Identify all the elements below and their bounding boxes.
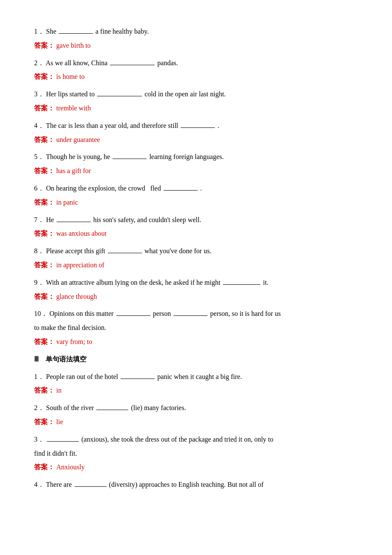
s3-q3-blank xyxy=(47,441,79,442)
s3-q1-number: 1． xyxy=(34,373,44,380)
q5-text-before: Though he is young, he xyxy=(46,153,112,160)
q4-blank xyxy=(181,127,215,128)
q6-number: 6． xyxy=(34,185,44,192)
q7-text-before: He xyxy=(46,216,56,223)
q3-blank xyxy=(97,96,142,96)
s3-question-4: 4． There are (diversity) approaches to E… xyxy=(34,479,358,491)
q1-answer-label: 答案： xyxy=(34,42,55,49)
q10-text-after: person, so it is hard for us xyxy=(210,310,281,317)
q9-text-after: it. xyxy=(263,279,268,286)
q8-text-after: what you've done for us. xyxy=(144,247,211,254)
q8-answer: in appreciation of xyxy=(56,261,104,269)
question-9: 9． With an attractive album lying on the… xyxy=(34,277,358,303)
q8-blank xyxy=(108,253,142,253)
q10-blank2 xyxy=(173,315,208,316)
q1-text-before: She xyxy=(46,28,58,35)
s3-question-2: 2． South of the river (lie) many factori… xyxy=(34,402,358,428)
section-3-title: Ⅲ 单句语法填空 xyxy=(34,353,358,366)
q5-text-after: learning foreign languages. xyxy=(149,153,224,160)
s3-q3-text-after: (anxious), she took the dress out of the… xyxy=(81,436,274,443)
s3-q3-answer: Anxiously xyxy=(56,463,85,471)
q1-blank xyxy=(59,33,93,34)
q9-text-before: With an attractive album lying on the de… xyxy=(46,279,222,286)
q7-text-after: his son's safety, and couldn't sleep wel… xyxy=(93,216,202,223)
s3-q2-text-before: South of the river xyxy=(46,404,95,411)
s3-question-3: 3． (anxious), she took the dress out of … xyxy=(34,434,358,474)
q2-number: 2． xyxy=(34,59,44,66)
main-content: 1． She a fine healthy baby. 答案： gave bir… xyxy=(34,26,358,491)
s3-q1-text-before: People ran out of the hotel xyxy=(46,373,120,380)
q3-text-after: cold in the open air last night. xyxy=(144,90,226,98)
question-7: 7． He his son's safety, and couldn't sle… xyxy=(34,214,358,240)
q8-text-before: Please accept this gift xyxy=(46,247,107,254)
s3-q2-answer: lie xyxy=(56,418,63,425)
s3-q2-answer-label: 答案： xyxy=(34,418,55,425)
q3-number: 3． xyxy=(34,90,44,98)
q2-answer: is home to xyxy=(56,73,85,80)
q10-number: 10． xyxy=(34,310,48,317)
q10-answer: vary from; to xyxy=(56,338,92,345)
q7-answer: was anxious about xyxy=(56,230,107,237)
s3-question-1: 1． People ran out of the hotel panic whe… xyxy=(34,371,358,397)
s3-q2-text-after: (lie) many factories. xyxy=(131,404,186,411)
q6-answer-label: 答案： xyxy=(34,199,55,206)
question-6: 6． On hearing the explosion, the crowd f… xyxy=(34,182,358,209)
question-1: 1． She a fine healthy baby. 答案： gave bir… xyxy=(34,26,358,52)
q8-answer-label: 答案： xyxy=(34,261,55,269)
s3-q1-text-after: panic when it caught a big fire. xyxy=(157,373,242,380)
q6-answer: in panic xyxy=(56,199,78,206)
q5-answer-label: 答案： xyxy=(34,167,55,174)
q4-text-after: . xyxy=(217,122,219,129)
s3-q4-text-after: (diversity) approaches to English teachi… xyxy=(109,481,264,488)
q6-blank xyxy=(164,190,198,191)
q2-answer-label: 答案： xyxy=(34,73,55,80)
question-4: 4． The car is less than a year old, and … xyxy=(34,120,358,146)
section-3: Ⅲ 单句语法填空 1． People ran out of the hotel … xyxy=(34,353,358,491)
s3-q1-answer-label: 答案： xyxy=(34,387,55,394)
s3-q4-text-before: There are xyxy=(46,481,74,488)
q9-number: 9． xyxy=(34,279,44,286)
q5-answer: has a gift for xyxy=(56,167,91,174)
q7-answer-label: 答案： xyxy=(34,230,55,237)
q4-answer: under guarantee xyxy=(56,136,100,143)
s3-q2-blank xyxy=(96,410,128,410)
s3-q3-text-cont: find it didn't fit. xyxy=(34,450,77,457)
q10-blank1 xyxy=(116,315,150,316)
q10-text-cont: to make the final decision. xyxy=(34,324,106,331)
q1-number: 1． xyxy=(34,28,44,35)
q2-text-after: pandas. xyxy=(157,59,178,66)
question-10: 10． Opinions on this matter person perso… xyxy=(34,308,358,348)
question-8: 8． Please accept this gift what you've d… xyxy=(34,245,358,272)
s3-q2-number: 2． xyxy=(34,404,44,411)
q9-blank xyxy=(223,284,260,285)
s3-q4-number: 4． xyxy=(34,481,44,488)
q2-blank xyxy=(110,65,155,65)
q5-blank xyxy=(112,159,147,159)
q6-text-after: . xyxy=(200,185,202,192)
q7-blank xyxy=(57,222,91,222)
q2-text-before: As we all know, China xyxy=(46,59,109,66)
q4-text-before: The car is less than a year old, and the… xyxy=(46,122,180,129)
q7-number: 7． xyxy=(34,216,44,223)
q8-number: 8． xyxy=(34,247,44,254)
q3-answer-label: 答案： xyxy=(34,104,55,112)
q4-number: 4． xyxy=(34,122,44,129)
s3-q1-blank xyxy=(121,379,155,379)
q1-answer: gave birth to xyxy=(56,42,91,49)
s3-q4-blank xyxy=(75,486,107,487)
q10-text-middle: person xyxy=(153,310,173,317)
question-2: 2． As we all know, China pandas. 答案： is … xyxy=(34,57,358,84)
q10-answer-label: 答案： xyxy=(34,338,55,345)
question-3: 3． Her lips started to cold in the open … xyxy=(34,88,358,115)
question-5: 5． Though he is young, he learning forei… xyxy=(34,151,358,177)
q9-answer: glance through xyxy=(56,293,97,300)
q5-number: 5． xyxy=(34,153,44,160)
q3-answer: tremble with xyxy=(56,104,91,112)
s3-q3-number: 3． xyxy=(34,436,44,443)
q4-answer-label: 答案： xyxy=(34,136,55,143)
q9-answer-label: 答案： xyxy=(34,293,55,300)
q10-text-before: Opinions on this matter xyxy=(49,310,115,317)
s3-q1-answer: in xyxy=(56,387,61,394)
q3-text-before: Her lips started to xyxy=(46,90,96,98)
q6-text-before: On hearing the explosion, the crowd fled xyxy=(46,185,163,192)
